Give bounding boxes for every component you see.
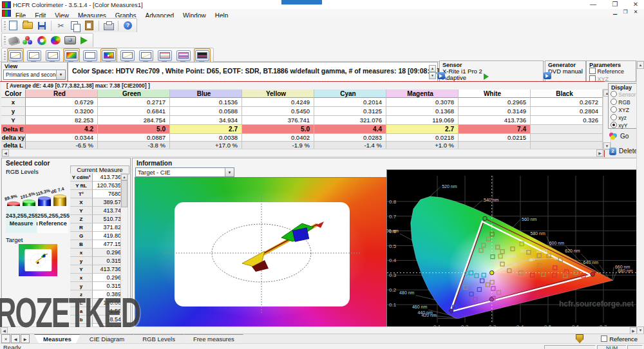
color-wheel-icon[interactable] bbox=[35, 35, 48, 46]
table-cell: 0.0402 bbox=[242, 134, 314, 142]
scroll-right-icon[interactable]: ▶ bbox=[596, 149, 603, 156]
graph-view-button-5[interactable] bbox=[82, 48, 99, 62]
delete-button[interactable]: 2Delete bbox=[608, 144, 638, 158]
generator-config-icon[interactable] bbox=[544, 72, 551, 79]
reference-checkbox[interactable]: Reference bbox=[601, 335, 638, 343]
measure-value-box: 243,255,255 Measure bbox=[6, 206, 37, 233]
table-hscrollbar[interactable]: ◀ ▶ bbox=[1, 149, 604, 157]
hcfr-application-window: HCFR Colorimeter - 3.5.1.4 - [Color Meas… bbox=[0, 0, 644, 349]
tab-free-measures[interactable]: Free measures bbox=[184, 334, 243, 343]
toolbar-grip[interactable] bbox=[4, 36, 6, 44]
graph-view-button-8[interactable] bbox=[138, 48, 155, 62]
toolbar-grip[interactable] bbox=[4, 21, 6, 30]
table-cell: 0.326 bbox=[531, 116, 603, 125]
chevron-down-icon[interactable]: ▼ bbox=[225, 168, 234, 176]
scroll-up-icon[interactable]: ▲ bbox=[121, 174, 128, 180]
graph-view-button-1[interactable] bbox=[7, 48, 24, 62]
column-header-green[interactable]: Green bbox=[98, 90, 170, 98]
column-header-black[interactable]: Black bbox=[531, 90, 603, 98]
column-header-red[interactable]: Red bbox=[26, 90, 98, 98]
mdi-close-button[interactable]: ✕ bbox=[631, 9, 640, 15]
save-icon[interactable] bbox=[35, 20, 48, 32]
scroll-up-icon[interactable]: ▲ bbox=[637, 61, 644, 69]
sensor-config-icon[interactable] bbox=[437, 72, 445, 79]
tab-cie-diagram[interactable]: CIE Diagram bbox=[80, 334, 133, 343]
go-button[interactable]: Go bbox=[608, 129, 638, 144]
graph-view-button-6[interactable] bbox=[100, 48, 117, 62]
measure-row-L: L100.00 bbox=[70, 299, 124, 307]
measure-vscrollbar[interactable]: ▲ ▼ bbox=[120, 173, 128, 334]
display-panel: Display Sensor RGB XYZ xyz xyY bbox=[608, 83, 638, 129]
toolbar-grip[interactable] bbox=[4, 51, 6, 60]
table-row-y: y0.32000.68410.05880.54500.31250.13680.3… bbox=[1, 107, 603, 116]
chevron-down-icon[interactable]: ▼ bbox=[56, 70, 65, 79]
new-icon[interactable] bbox=[7, 20, 19, 32]
graph-view-button-11[interactable] bbox=[194, 48, 211, 62]
measure-toolbar bbox=[0, 32, 644, 48]
graph-view-button-9[interactable] bbox=[156, 48, 173, 62]
status-cell bbox=[627, 345, 643, 349]
copy-icon[interactable] bbox=[69, 20, 81, 32]
parameters-panel: Parameters Reference XYZ Adjustment bbox=[586, 61, 636, 82]
column-header-magenta[interactable]: Magenta bbox=[386, 90, 459, 98]
measure-row-label: y bbox=[70, 282, 93, 290]
graph-view-button-7[interactable] bbox=[119, 48, 136, 62]
paste-icon[interactable] bbox=[83, 20, 95, 32]
display-option-xyz[interactable]: xyz bbox=[611, 114, 636, 122]
table-cell: 119.069 bbox=[386, 116, 459, 125]
column-header-yellow[interactable]: Yellow bbox=[242, 90, 314, 98]
tab-prev-icon[interactable]: ◀ bbox=[11, 334, 20, 343]
svg-text:5500: 5500 bbox=[493, 259, 504, 265]
display-option-RGB[interactable]: RGB bbox=[611, 99, 636, 106]
measure-row-value: 0.296 bbox=[93, 274, 124, 282]
close-button[interactable]: ✕ bbox=[629, 1, 643, 8]
information-view-selector[interactable]: Target - CIE ▼ bbox=[135, 167, 234, 177]
current-measure-table: Y cd/m²413.736Y ftL120.7635T°7680X389.57… bbox=[70, 173, 124, 332]
scroll-thumb[interactable] bbox=[121, 180, 128, 207]
tab-next-icon[interactable]: ▶ bbox=[21, 334, 30, 343]
minimize-button[interactable]: — bbox=[586, 1, 600, 8]
column-header-white[interactable]: White bbox=[459, 90, 531, 98]
svg-text:4600: 4600 bbox=[506, 253, 516, 259]
run-measure-icon[interactable] bbox=[78, 35, 90, 46]
graph-view-button-3[interactable] bbox=[44, 48, 61, 62]
graph-view-button-2[interactable] bbox=[26, 48, 43, 62]
mdi-minimize-button[interactable]: ▁ bbox=[611, 9, 620, 15]
measure-row-label: L bbox=[70, 299, 93, 307]
main-vscrollbar[interactable]: ▲ ▼ bbox=[636, 61, 644, 335]
display-option-Sensor: Sensor bbox=[611, 91, 636, 99]
view-selector[interactable]: Primaries and secondaries ▼ bbox=[3, 70, 66, 80]
measure-row-B: B477.15 bbox=[70, 240, 124, 249]
sensor-run-icon[interactable] bbox=[484, 73, 489, 80]
tab-measures[interactable]: Measures bbox=[34, 334, 80, 343]
mdi-restore-button[interactable]: ❐ bbox=[621, 9, 630, 15]
cut-icon[interactable]: ✂ bbox=[55, 20, 67, 32]
svg-text:600 nm: 600 nm bbox=[549, 241, 565, 245]
parameter-checkbox-reference[interactable]: Reference bbox=[589, 68, 636, 75]
camera-icon[interactable] bbox=[64, 35, 76, 46]
print-icon[interactable] bbox=[102, 20, 115, 32]
info-spinner[interactable]: ▲▼ bbox=[429, 65, 436, 78]
measure-row-G: G419.80 bbox=[70, 232, 124, 240]
row-label: x bbox=[1, 98, 26, 107]
view-selector-value: Primaries and secondaries bbox=[4, 71, 56, 78]
column-header-cyan[interactable]: Cyan bbox=[314, 90, 386, 98]
measure-row-value: 0.389 bbox=[93, 290, 124, 299]
measure-row-value: 413.736 bbox=[93, 173, 124, 182]
restore-button[interactable]: ❐ bbox=[608, 1, 622, 8]
table-cell: 4.4 bbox=[314, 125, 386, 134]
graph-view-button-10[interactable] bbox=[175, 48, 192, 62]
window-title: HCFR Colorimeter - 3.5.1.4 - [Color Meas… bbox=[13, 1, 143, 8]
sensor-config-icon[interactable] bbox=[7, 35, 19, 46]
colors-icon[interactable] bbox=[50, 35, 62, 46]
tab-rgb-levels[interactable]: RGB Levels bbox=[133, 334, 184, 343]
display-option-XYZ[interactable]: XYZ bbox=[611, 106, 636, 114]
help-icon[interactable]: ? bbox=[122, 20, 134, 32]
rgb-balls-icon[interactable] bbox=[21, 35, 33, 46]
tab-close-icon[interactable]: ✕ bbox=[1, 334, 10, 343]
graph-view-button-4[interactable] bbox=[63, 48, 80, 62]
table-cell: 0.3149 bbox=[459, 107, 531, 116]
open-icon[interactable] bbox=[21, 20, 33, 32]
scroll-left-icon[interactable]: ◀ bbox=[2, 149, 9, 156]
column-header-blue[interactable]: Blue bbox=[170, 90, 242, 98]
